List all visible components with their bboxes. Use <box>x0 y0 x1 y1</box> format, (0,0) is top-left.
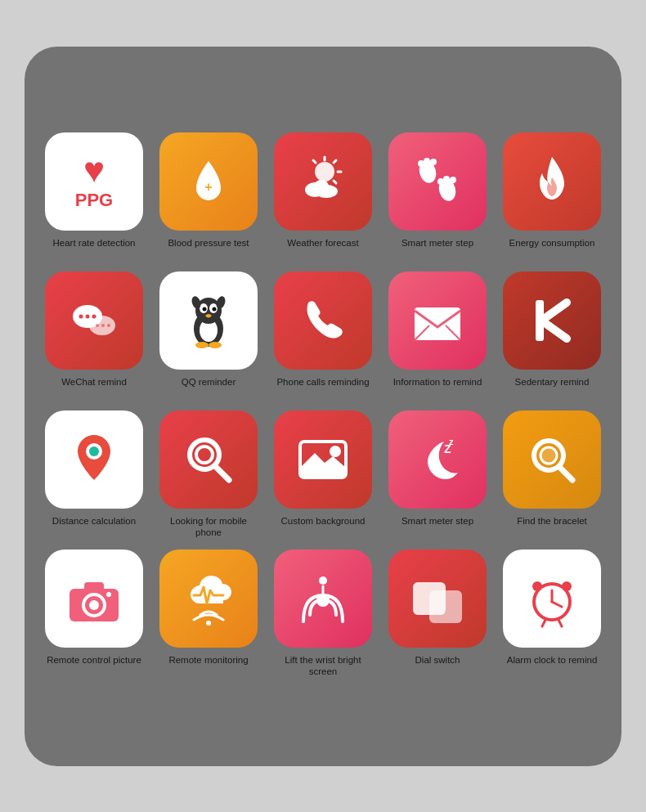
svg-line-71 <box>559 620 562 626</box>
sleep-label: Smart meter step <box>402 515 473 527</box>
svg-point-22 <box>92 314 96 318</box>
app-grid: ♥ PPG Heart rate detection + Blood press… <box>41 132 605 680</box>
find-bracelet-label: Find the bracelet <box>517 515 587 527</box>
message-label: Information to remind <box>393 376 482 388</box>
sedentary-icon <box>503 271 601 370</box>
weather-label: Weather forecast <box>287 237 358 249</box>
app-dial[interactable]: Dial switch <box>384 550 491 680</box>
app-smart-step[interactable]: Smart meter step <box>384 132 491 263</box>
svg-line-45 <box>216 467 229 480</box>
blood-pressure-label: Blood pressure test <box>168 237 249 249</box>
blood-pressure-icon: + <box>159 132 258 231</box>
app-alarm[interactable]: Alarm clock to remind <box>499 550 605 680</box>
app-custom-bg[interactable]: Custom background <box>270 410 376 541</box>
remote-monitor-icon <box>159 550 258 648</box>
svg-point-44 <box>196 446 213 463</box>
svg-rect-63 <box>429 590 462 623</box>
app-grid-panel: ♥ PPG Heart rate detection + Blood press… <box>25 47 621 766</box>
qq-icon <box>159 271 258 370</box>
app-qq[interactable]: QQ reminder <box>155 271 262 402</box>
svg-point-1 <box>315 162 334 182</box>
app-lift-wrist[interactable]: Lift the wrist bright screen <box>270 550 376 680</box>
svg-point-60 <box>319 576 327 585</box>
svg-point-14 <box>430 159 437 165</box>
svg-line-52 <box>560 468 572 480</box>
wechat-label: WeChat remind <box>61 376 127 388</box>
alarm-label: Alarm clock to remind <box>507 654 598 666</box>
svg-point-15 <box>437 178 444 185</box>
sedentary-label: Sedentary remind <box>515 376 590 388</box>
svg-rect-54 <box>84 582 104 592</box>
phone-label: Phone calls reminding <box>276 376 369 388</box>
svg-point-17 <box>450 177 456 183</box>
find-phone-label: Looking for mobile phone <box>159 515 258 540</box>
custom-bg-icon <box>274 410 372 509</box>
app-phone[interactable]: Phone calls reminding <box>270 271 376 402</box>
app-message[interactable]: Information to remind <box>384 271 491 402</box>
svg-text:z: z <box>449 437 454 446</box>
svg-point-32 <box>213 307 217 311</box>
svg-point-58 <box>206 621 211 626</box>
app-weather[interactable]: Weather forecast <box>270 132 376 263</box>
find-bracelet-icon <box>503 410 601 509</box>
svg-line-70 <box>542 620 545 626</box>
svg-point-56 <box>89 600 99 610</box>
svg-point-23 <box>96 324 99 327</box>
svg-point-35 <box>195 342 209 348</box>
app-find-bracelet[interactable]: Find the bracelet <box>499 410 605 541</box>
app-wechat[interactable]: WeChat remind <box>41 271 147 402</box>
svg-line-6 <box>313 160 316 163</box>
svg-point-42 <box>89 446 99 456</box>
energy-icon <box>503 132 601 231</box>
app-energy[interactable]: Energy consumption <box>499 132 605 263</box>
svg-point-57 <box>106 592 111 597</box>
svg-point-13 <box>424 158 430 164</box>
distance-icon <box>45 410 143 509</box>
remote-pic-label: Remote control picture <box>47 654 141 666</box>
svg-point-21 <box>86 314 90 318</box>
svg-point-68 <box>532 581 542 591</box>
heart-rate-label: Heart rate detection <box>52 237 135 249</box>
app-blood-pressure[interactable]: + Blood pressure test <box>155 132 262 263</box>
app-find-phone[interactable]: Looking for mobile phone <box>155 410 262 541</box>
app-heart-rate[interactable]: ♥ PPG Heart rate detection <box>41 132 147 263</box>
svg-point-12 <box>418 160 424 167</box>
custom-bg-label: Custom background <box>281 515 366 527</box>
app-remote-monitor[interactable]: Remote monitoring <box>155 550 262 680</box>
smart-step-label: Smart meter step <box>402 237 473 249</box>
dial-label: Dial switch <box>415 654 460 666</box>
remote-pic-icon <box>45 550 143 648</box>
svg-point-16 <box>443 176 450 182</box>
svg-point-36 <box>209 342 222 348</box>
svg-point-31 <box>203 307 207 311</box>
svg-point-9 <box>314 180 329 193</box>
lift-wrist-icon <box>274 550 372 648</box>
smart-step-icon <box>388 132 487 231</box>
svg-line-3 <box>334 160 336 163</box>
phone-icon <box>274 271 372 370</box>
app-sleep[interactable]: Z z Smart meter step <box>384 410 491 541</box>
weather-icon <box>274 132 372 231</box>
svg-point-24 <box>101 324 105 327</box>
qq-label: QQ reminder <box>182 376 236 388</box>
app-remote-pic[interactable]: Remote control picture <box>41 550 147 680</box>
remote-monitor-label: Remote monitoring <box>168 654 248 666</box>
svg-point-69 <box>562 581 572 591</box>
svg-point-20 <box>79 314 83 318</box>
svg-point-25 <box>107 324 110 327</box>
svg-point-47 <box>330 446 341 457</box>
wechat-icon <box>45 271 143 370</box>
lift-wrist-label: Lift the wrist bright screen <box>274 654 372 679</box>
alarm-icon <box>503 550 601 648</box>
find-phone-icon <box>159 410 258 509</box>
app-distance[interactable]: Distance calculation <box>41 410 147 541</box>
dial-icon <box>388 550 487 648</box>
app-sedentary[interactable]: Sedentary remind <box>499 271 605 402</box>
heart-rate-icon: ♥ PPG <box>45 132 143 231</box>
sleep-icon: Z z <box>388 410 487 509</box>
message-icon <box>388 271 487 370</box>
svg-point-51 <box>541 447 557 464</box>
distance-label: Distance calculation <box>52 515 136 527</box>
energy-label: Energy consumption <box>509 237 595 249</box>
svg-line-5 <box>334 181 336 183</box>
